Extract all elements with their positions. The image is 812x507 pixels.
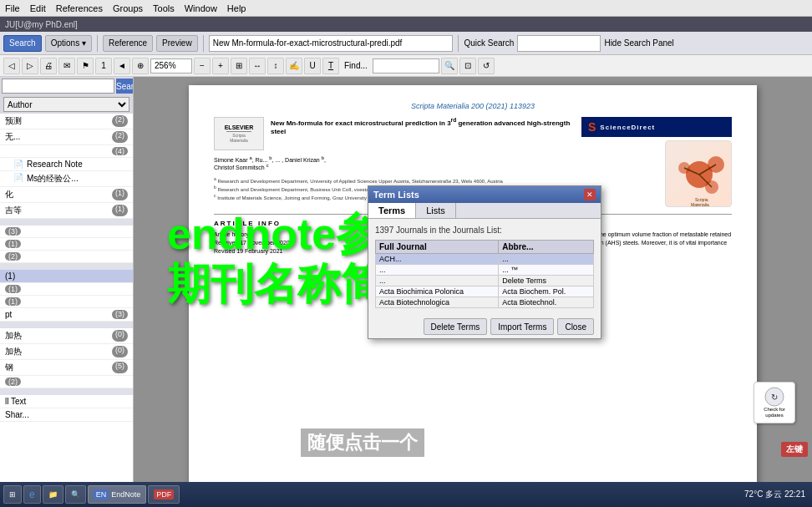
table-row-4[interactable]: Acta Biochimica Polonica Acta Biochem. P… xyxy=(376,286,594,297)
tb-email-btn[interactable]: ✉ xyxy=(58,58,75,74)
tb-minus-btn[interactable]: − xyxy=(194,58,211,74)
menu-help[interactable]: Help xyxy=(227,3,246,13)
group-1c[interactable]: (1) xyxy=(0,296,133,308)
group-jia2[interactable]: 加热 (0) xyxy=(0,344,133,360)
taskbar-folder[interactable]: 📁 xyxy=(43,485,63,504)
options-btn[interactable]: Options ▾ xyxy=(45,35,92,52)
pdf-tab[interactable]: New Mn-formula-for-exact-microstructural… xyxy=(209,35,454,52)
taskbar-search[interactable]: 🔍 xyxy=(65,485,86,504)
cell-full2: ... xyxy=(376,265,499,276)
table-row-2[interactable]: ... ... ™ xyxy=(376,265,594,276)
tb-fit-btn[interactable]: ⊡ xyxy=(459,58,476,74)
menu-file[interactable]: File xyxy=(5,3,20,13)
import-terms-btn[interactable]: Import Terms xyxy=(490,318,554,335)
sidebar-search-btn[interactable]: Search xyxy=(116,79,134,94)
group-label2: 无... xyxy=(5,131,20,143)
table-row-3[interactable]: ... Delete Terms xyxy=(376,276,594,286)
selected-label: (1) xyxy=(5,271,15,281)
tb-left-btn[interactable]: ◄ xyxy=(114,58,130,74)
delete-terms-btn[interactable]: Delete Terms xyxy=(424,318,488,335)
reference-btn[interactable]: Reference xyxy=(103,35,153,52)
tb-underline-btn[interactable]: T xyxy=(322,58,339,74)
tb-plus-btn[interactable]: + xyxy=(212,58,229,74)
tb-find-btn[interactable]: 🔍 xyxy=(441,58,458,74)
start-button[interactable]: ⊞ xyxy=(3,485,22,504)
preview-btn[interactable]: Preview xyxy=(156,35,198,52)
group-2[interactable]: (2) xyxy=(0,251,133,263)
table-row-5[interactable]: Acta Biotechnologica Acta Biotechnol. xyxy=(376,297,594,308)
divider3 xyxy=(0,322,133,328)
tb-copy-btn[interactable]: ⊕ xyxy=(132,58,149,74)
ref-ms[interactable]: 📄 Ms的经验公... xyxy=(0,171,133,187)
dialog-titlebar: Term Lists ✕ xyxy=(368,186,601,203)
group-ll[interactable]: ll Text xyxy=(0,395,133,408)
cell-full1: ACH... xyxy=(376,254,499,265)
ref-research-note[interactable]: 📄 Research Note xyxy=(0,158,133,171)
dialog-tab-lists[interactable]: Lists xyxy=(416,203,456,218)
table-row-selected[interactable]: ACH... ... xyxy=(376,254,594,265)
group-shar[interactable]: Shar... xyxy=(0,408,133,422)
tb-print-btn[interactable]: 🖨 xyxy=(40,58,57,74)
search-btn[interactable]: Search xyxy=(3,35,42,52)
group-pt[interactable]: pt (3) xyxy=(0,308,133,322)
menu-groups[interactable]: Groups xyxy=(113,3,143,13)
tb-page-btn[interactable]: ⊞ xyxy=(231,58,247,74)
group-jia[interactable]: 加热 (0) xyxy=(0,328,133,344)
tb-annot-btn[interactable]: ✍ xyxy=(286,58,302,74)
tb-flag-btn[interactable]: ⚑ xyxy=(77,58,94,74)
taskbar-browser[interactable]: e xyxy=(23,485,41,504)
dialog-table: Full Journal Abbre... ACH... ... ... ...… xyxy=(375,240,594,308)
find-input[interactable] xyxy=(373,58,439,74)
taskbar-pdf[interactable]: PDF xyxy=(148,485,180,504)
group-2b[interactable]: (2) xyxy=(0,376,133,388)
sidebar-filter: Author Title Year xyxy=(0,95,133,114)
divider4 xyxy=(0,388,133,395)
main-layout: Search Options ▾ Author Title Year 预测 (2… xyxy=(0,77,812,490)
group-jia-label: 加热 xyxy=(5,330,22,342)
tb-height-btn[interactable]: ↕ xyxy=(267,58,284,74)
group-hua[interactable]: 化 (1) xyxy=(0,187,133,203)
filter-select[interactable]: Author Title Year xyxy=(3,97,129,112)
group-gang-label: 钢 xyxy=(5,362,13,373)
toolbar1: Search Options ▾ Reference Preview New M… xyxy=(0,32,812,55)
hide-search[interactable]: Hide Search Panel xyxy=(604,38,673,48)
menu-references[interactable]: References xyxy=(56,3,103,13)
tb-back-btn[interactable]: ◁ xyxy=(3,58,20,74)
menu-edit[interactable]: Edit xyxy=(30,3,46,13)
find-label: Find... xyxy=(341,61,371,70)
dialog-tab-terms[interactable]: Terms xyxy=(368,203,416,218)
group-ji[interactable]: 吉等 (1) xyxy=(0,203,133,219)
dialog-footer: Delete Terms Import Terms Close xyxy=(368,315,601,338)
close-btn[interactable]: Close xyxy=(557,318,594,335)
sidebar-search-input[interactable] xyxy=(2,79,114,94)
group-label5: 吉等 xyxy=(5,205,22,216)
zoom-input[interactable]: 256% xyxy=(150,58,192,74)
svg-text:Materialia: Materialia xyxy=(691,202,709,207)
sidebar: Search Options ▾ Author Title Year 预测 (2… xyxy=(0,77,134,490)
search-input[interactable] xyxy=(517,35,601,52)
menu-tools[interactable]: Tools xyxy=(153,3,175,13)
tb-fwd-btn[interactable]: ▷ xyxy=(22,58,38,74)
title-bar: JU[U@my PhD.enl] xyxy=(0,17,812,32)
group-empty1[interactable]: (4) xyxy=(0,145,133,158)
group-3[interactable]: (3) xyxy=(0,226,133,238)
group-pt-count: (3) xyxy=(112,310,128,319)
tb-width-btn[interactable]: ↔ xyxy=(249,58,266,74)
group-yuce[interactable]: 预测 (2) xyxy=(0,114,133,129)
tb-link-btn[interactable]: U xyxy=(304,58,321,74)
tb-rotate-btn[interactable]: ↺ xyxy=(478,58,495,74)
group-selected[interactable]: (1) xyxy=(0,270,133,283)
group-label: 预测 xyxy=(5,115,22,127)
menu-window[interactable]: Window xyxy=(185,3,217,13)
taskbar: ⊞ e 📁 🔍 EN EndNote PDF 72°C 多云 22:21 xyxy=(0,482,812,507)
taskbar-endnote[interactable]: EN EndNote xyxy=(88,485,147,504)
group-gang[interactable]: 钢 (5) xyxy=(0,360,133,376)
check-updates-badge[interactable]: ↻ Check forupdates xyxy=(754,382,795,423)
group-wu[interactable]: 无... (2) xyxy=(0,129,133,145)
dialog-close-btn[interactable]: ✕ xyxy=(584,189,596,200)
group-1b[interactable]: (1) xyxy=(0,283,133,296)
dialog-title: Term Lists xyxy=(373,190,419,200)
tb-num-btn[interactable]: 1 xyxy=(95,58,112,74)
group-1[interactable]: (1) xyxy=(0,238,133,251)
article-title: New Mn-formula for exact microstructural… xyxy=(271,117,573,136)
